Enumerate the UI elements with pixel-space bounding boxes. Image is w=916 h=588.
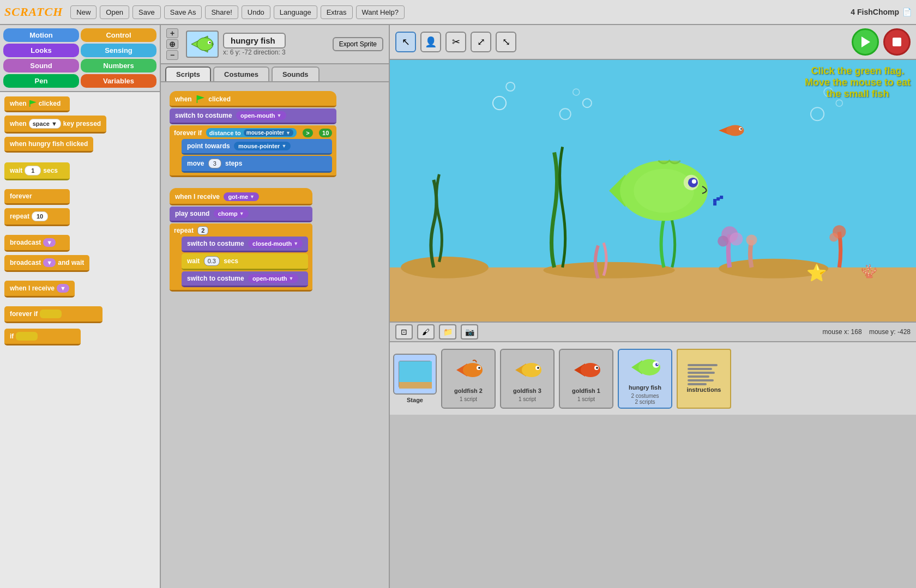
export-sprite-button[interactable]: Export Sprite — [333, 37, 383, 51]
block-forever-if-wrap[interactable]: forever if distance to mouse-pointer ▼ >… — [170, 125, 336, 177]
main-area: Motion Control Looks Sensing Sound Numbe… — [0, 25, 916, 588]
scissors-tool-button[interactable]: ✂ — [445, 32, 466, 52]
stage-sprite-card[interactable]: Stage — [393, 354, 437, 403]
sprite-card-goldfish3[interactable]: goldfish 3 1 script — [500, 349, 555, 409]
scratch-logo: SCRATCH — [4, 5, 63, 19]
svg-point-46 — [478, 367, 480, 369]
script-group-1: when clicked switch to costume open-mout… — [170, 91, 336, 177]
block-repeat[interactable]: repeat 10 — [4, 208, 70, 226]
sprite-label-instructions: instructions — [687, 386, 721, 393]
block-point-towards[interactable]: point towards mouse-pointer ▼ — [182, 139, 332, 155]
shrink-tool-button[interactable]: ⤡ — [496, 32, 516, 52]
block-wait[interactable]: wait 1 secs — [4, 162, 70, 180]
category-looks[interactable]: Looks — [3, 44, 79, 57]
sprite-card-goldfish1[interactable]: goldfish 1 1 script — [559, 349, 613, 409]
block-switch-costume-closed[interactable]: switch to costume closed-mouth ▼ — [182, 237, 308, 252]
stop-button[interactable] — [883, 28, 911, 56]
block-when-clicked[interactable]: when clicked — [4, 96, 70, 112]
category-numbers[interactable]: Numbers — [81, 59, 156, 72]
zoom-controls: + ⊕ − — [166, 28, 178, 60]
block-broadcast[interactable]: broadcast ▼ — [4, 235, 70, 252]
mouse-y-label: mouse y: — [869, 328, 896, 336]
block-switch-costume-1[interactable]: switch to costume open-mouth ▼ — [170, 108, 336, 124]
help-button[interactable]: Want Help? — [356, 5, 405, 19]
tab-scripts[interactable]: Scripts — [165, 66, 211, 81]
blocks-list: when clicked when space ▼ key pressed wh… — [0, 92, 160, 588]
sprite-img-goldfish2 — [452, 355, 485, 385]
save-as-button[interactable]: Save As — [164, 5, 202, 19]
stage-area: ⭐ 🪸 — [390, 60, 916, 322]
category-motion[interactable]: Motion — [3, 28, 79, 42]
svg-point-28 — [726, 125, 744, 136]
mouse-x-value: 168 — [851, 328, 862, 336]
svg-point-33 — [634, 169, 694, 213]
block-hat-flag[interactable]: when clicked — [170, 91, 336, 107]
block-move-steps[interactable]: move 3 steps — [182, 156, 332, 173]
sprite-meta-goldfish1: 1 script — [577, 396, 595, 402]
category-pen[interactable]: Pen — [3, 74, 79, 88]
stage-layout-button[interactable]: ⊡ — [395, 324, 413, 340]
zoom-fit-button[interactable]: ⊕ — [166, 39, 178, 49]
open-button[interactable]: Open — [100, 5, 129, 19]
script-group-2: when I receive got-me ▼ play sound chomp… — [170, 188, 312, 292]
block-when-sprite-clicked[interactable]: when hungry fish clicked — [4, 137, 93, 153]
tab-costumes[interactable]: Costumes — [213, 66, 269, 81]
block-if[interactable]: if — [4, 329, 81, 345]
sprite-tray: Stage goldfish 2 1 script — [390, 341, 916, 415]
svg-rect-40 — [713, 202, 716, 205]
block-switch-costume-open[interactable]: switch to costume open-mouth ▼ — [182, 271, 308, 287]
sprite-card-instructions[interactable]: instructions — [677, 349, 731, 409]
sprite-label-goldfish3: goldfish 3 — [513, 387, 541, 394]
block-repeat-wrap[interactable]: repeat 2 switch to costume closed-mouth … — [170, 223, 312, 292]
zoom-in-button[interactable]: + — [166, 28, 178, 38]
stage-label: Stage — [407, 397, 423, 403]
block-broadcast-wait[interactable]: broadcast ▼ and wait — [4, 255, 89, 272]
block-when-key-pressed[interactable]: when space ▼ key pressed — [4, 116, 106, 134]
category-sound[interactable]: Sound — [3, 59, 79, 72]
share-button[interactable]: Share! — [205, 5, 238, 19]
undo-button[interactable]: Undo — [242, 5, 270, 19]
stage-controls: ↖ 👤 ✂ ⤢ ⤡ — [390, 25, 916, 60]
save-button[interactable]: Save — [132, 5, 161, 19]
scripts-content: when clicked switch to costume open-mout… — [161, 82, 389, 588]
svg-point-21 — [730, 232, 743, 245]
zoom-out-button[interactable]: − — [166, 50, 178, 60]
sprite-name-area: hungry fish x: 6 y: -72 direction: 3 — [223, 33, 286, 56]
tab-sounds[interactable]: Sounds — [272, 66, 320, 81]
block-forever-if[interactable]: forever if — [4, 306, 103, 323]
stamp-tool-button[interactable]: 👤 — [420, 32, 441, 52]
grow-tool-button[interactable]: ⤢ — [471, 32, 491, 52]
sprite-card-hungryfish[interactable]: hungry fish 2 costumes2 scripts — [618, 349, 672, 409]
block-wait-03[interactable]: wait 0.3 secs — [182, 253, 308, 270]
green-flag-button[interactable] — [852, 28, 879, 56]
svg-point-36 — [692, 179, 696, 184]
sprite-img-hungryfish — [629, 352, 661, 382]
category-sensing[interactable]: Sensing — [81, 44, 156, 57]
block-play-sound[interactable]: play sound chomp ▼ — [170, 207, 312, 222]
sprite-label-goldfish2: goldfish 2 — [454, 387, 483, 394]
svg-point-50 — [537, 367, 539, 369]
new-button[interactable]: New — [70, 5, 97, 19]
folder-tool-button[interactable]: 📁 — [439, 324, 456, 340]
svg-point-52 — [581, 363, 600, 377]
block-when-receive[interactable]: when I receive ▼ — [4, 281, 75, 298]
extras-button[interactable]: Extras — [321, 5, 353, 19]
svg-point-22 — [746, 234, 757, 245]
camera-tool-button[interactable]: 📷 — [461, 324, 478, 340]
pointer-tool-button[interactable]: ↖ — [395, 32, 416, 52]
stage-thumbnail-card[interactable] — [393, 354, 437, 395]
language-button[interactable]: Language — [274, 5, 317, 19]
category-variables[interactable]: Variables — [81, 74, 156, 88]
topbar: SCRATCH New Open Save Save As Share! Und… — [0, 0, 916, 25]
svg-point-24 — [829, 233, 838, 241]
block-hat-receive[interactable]: when I receive got-me ▼ — [170, 188, 312, 205]
svg-point-3 — [209, 42, 211, 44]
sprite-meta-goldfish3: 1 script — [519, 396, 536, 402]
svg-point-20 — [718, 235, 728, 246]
paint-tool-button[interactable]: 🖌 — [417, 324, 435, 340]
block-forever[interactable]: forever — [4, 189, 70, 205]
svg-rect-42 — [399, 382, 432, 389]
sprite-card-goldfish2[interactable]: goldfish 2 1 script — [441, 349, 496, 409]
sprite-img-goldfish3 — [511, 355, 544, 385]
category-control[interactable]: Control — [81, 28, 156, 42]
